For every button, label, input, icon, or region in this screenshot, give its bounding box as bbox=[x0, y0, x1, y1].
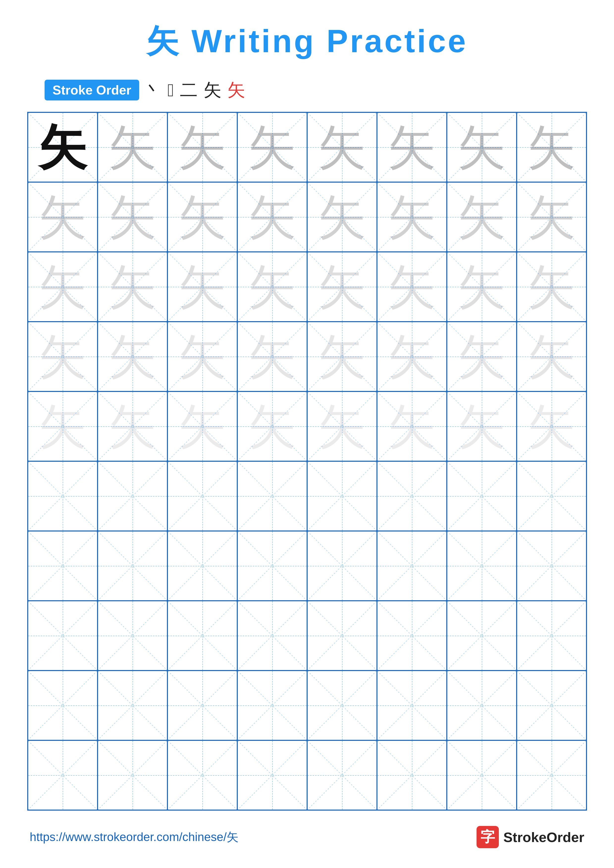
title-kanji: 矢 bbox=[146, 23, 180, 59]
grid-cell[interactable]: 矢 bbox=[517, 112, 586, 182]
grid-cell[interactable] bbox=[168, 740, 237, 810]
grid-cell[interactable]: 矢 bbox=[517, 391, 586, 461]
grid-cell[interactable]: 矢 bbox=[447, 182, 517, 252]
grid-cell[interactable] bbox=[377, 461, 447, 531]
grid-cell[interactable]: 矢 bbox=[98, 322, 168, 391]
grid-cell[interactable]: 矢 bbox=[307, 252, 377, 322]
grid-cell[interactable] bbox=[237, 740, 307, 810]
grid-cell[interactable]: 矢 bbox=[307, 322, 377, 391]
grid-cell[interactable]: 矢 bbox=[98, 252, 168, 322]
grid-cell[interactable] bbox=[517, 740, 586, 810]
grid-cell[interactable] bbox=[98, 671, 168, 740]
stroke-order-badge: Stroke Order bbox=[45, 80, 139, 101]
grid-cell[interactable] bbox=[307, 671, 377, 740]
svg-line-158 bbox=[517, 741, 586, 810]
grid-cell[interactable] bbox=[517, 461, 586, 531]
svg-line-94 bbox=[517, 462, 586, 530]
grid-cell[interactable] bbox=[447, 531, 517, 601]
grid-row-6 bbox=[28, 461, 586, 531]
grid-cell[interactable]: 矢 bbox=[28, 252, 98, 322]
grid-cell[interactable] bbox=[28, 531, 98, 601]
grid-cell[interactable]: 矢 bbox=[28, 112, 98, 182]
grid-cell[interactable]: 矢 bbox=[237, 182, 307, 252]
grid-cell[interactable] bbox=[98, 531, 168, 601]
svg-line-128 bbox=[28, 671, 97, 740]
grid-cell[interactable] bbox=[517, 671, 586, 740]
grid-cell[interactable] bbox=[517, 531, 586, 601]
grid-cell[interactable]: 矢 bbox=[377, 322, 447, 391]
grid-cell[interactable] bbox=[28, 740, 98, 810]
grid-cell[interactable]: 矢 bbox=[377, 112, 447, 182]
grid-cell[interactable]: 矢 bbox=[377, 182, 447, 252]
grid-cell[interactable]: 矢 bbox=[517, 252, 586, 322]
grid-cell[interactable]: 矢 bbox=[168, 322, 237, 391]
grid-cell[interactable]: 矢 bbox=[307, 182, 377, 252]
svg-line-117 bbox=[168, 601, 237, 670]
grid-cell[interactable] bbox=[98, 740, 168, 810]
grid-cell[interactable]: 矢 bbox=[168, 391, 237, 461]
grid-cell[interactable]: 矢 bbox=[377, 391, 447, 461]
grid-cell[interactable]: 矢 bbox=[28, 391, 98, 461]
footer-logo: 字 StrokeOrder bbox=[477, 826, 584, 848]
grid-cell[interactable]: 矢 bbox=[28, 182, 98, 252]
grid-cell[interactable] bbox=[168, 671, 237, 740]
grid-cell[interactable] bbox=[447, 740, 517, 810]
svg-line-103 bbox=[238, 532, 307, 600]
grid-cell[interactable]: 矢 bbox=[168, 112, 237, 182]
stroke-step-2: 𠃌 bbox=[168, 80, 174, 100]
grid-cell[interactable] bbox=[168, 461, 237, 531]
grid-cell[interactable] bbox=[28, 671, 98, 740]
practice-char: 矢 bbox=[178, 402, 226, 451]
grid-cell[interactable]: 矢 bbox=[98, 112, 168, 182]
grid-cell[interactable]: 矢 bbox=[307, 112, 377, 182]
grid-cell[interactable]: 矢 bbox=[28, 322, 98, 391]
svg-line-155 bbox=[378, 741, 446, 810]
grid-cell[interactable] bbox=[377, 671, 447, 740]
practice-char: 矢 bbox=[527, 193, 576, 241]
grid-cell[interactable] bbox=[28, 461, 98, 531]
grid-cell[interactable]: 矢 bbox=[98, 182, 168, 252]
grid-cell[interactable] bbox=[447, 601, 517, 671]
grid-cell[interactable] bbox=[28, 601, 98, 671]
grid-cell[interactable] bbox=[307, 740, 377, 810]
svg-line-99 bbox=[98, 532, 167, 600]
grid-cell[interactable] bbox=[377, 531, 447, 601]
grid-cell[interactable]: 矢 bbox=[447, 322, 517, 391]
grid-cell[interactable] bbox=[307, 461, 377, 531]
grid-cell[interactable]: 矢 bbox=[307, 391, 377, 461]
grid-cell[interactable]: 矢 bbox=[447, 112, 517, 182]
grid-cell[interactable] bbox=[168, 531, 237, 601]
grid-cell[interactable] bbox=[237, 461, 307, 531]
practice-grid[interactable]: 矢 矢 矢 矢 矢 矢 矢 bbox=[27, 112, 587, 811]
grid-cell[interactable]: 矢 bbox=[517, 182, 586, 252]
grid-cell[interactable] bbox=[98, 461, 168, 531]
grid-cell[interactable]: 矢 bbox=[447, 391, 517, 461]
grid-cell[interactable]: 矢 bbox=[237, 112, 307, 182]
grid-cell[interactable] bbox=[307, 601, 377, 671]
grid-cell[interactable] bbox=[307, 531, 377, 601]
svg-line-149 bbox=[168, 741, 237, 810]
grid-cell[interactable] bbox=[168, 601, 237, 671]
practice-char: 矢 bbox=[108, 123, 157, 172]
svg-line-146 bbox=[98, 741, 167, 810]
grid-cell[interactable] bbox=[447, 671, 517, 740]
svg-line-159 bbox=[517, 741, 586, 810]
grid-cell[interactable]: 矢 bbox=[168, 252, 237, 322]
grid-cell[interactable]: 矢 bbox=[98, 391, 168, 461]
grid-cell[interactable]: 矢 bbox=[237, 252, 307, 322]
grid-cell[interactable]: 矢 bbox=[377, 252, 447, 322]
grid-cell[interactable]: 矢 bbox=[447, 252, 517, 322]
footer-url[interactable]: https://www.strokeorder.com/chinese/矢 bbox=[30, 829, 238, 845]
grid-cell[interactable]: 矢 bbox=[517, 322, 586, 391]
grid-cell[interactable] bbox=[377, 601, 447, 671]
grid-cell[interactable] bbox=[447, 461, 517, 531]
grid-cell[interactable] bbox=[237, 601, 307, 671]
grid-cell[interactable] bbox=[237, 671, 307, 740]
grid-cell[interactable] bbox=[237, 531, 307, 601]
grid-cell[interactable]: 矢 bbox=[237, 391, 307, 461]
grid-cell[interactable]: 矢 bbox=[168, 182, 237, 252]
grid-cell[interactable] bbox=[377, 740, 447, 810]
grid-cell[interactable] bbox=[517, 601, 586, 671]
grid-cell[interactable]: 矢 bbox=[237, 322, 307, 391]
grid-cell[interactable] bbox=[98, 601, 168, 671]
